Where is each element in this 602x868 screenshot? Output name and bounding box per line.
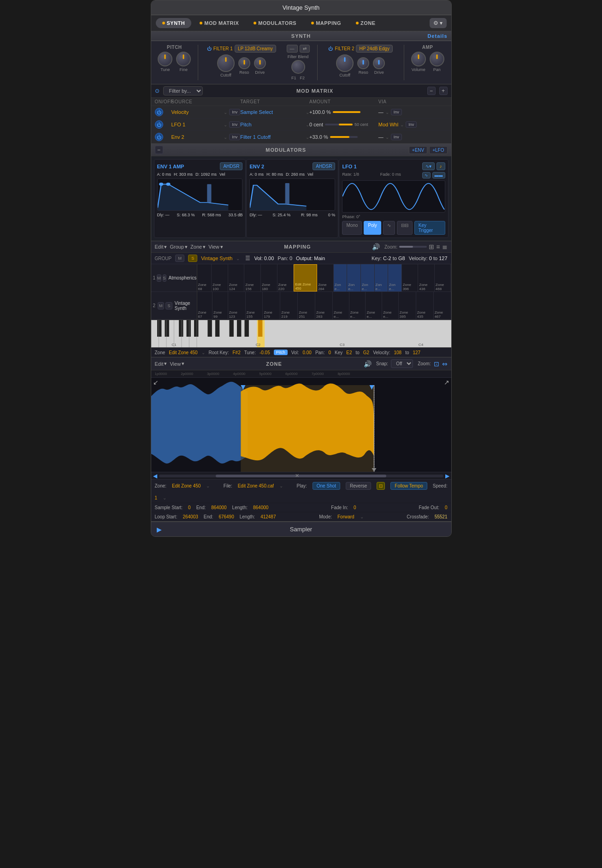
nav-tab-synth[interactable]: SYNTH [156, 18, 192, 28]
zone-124[interactable]: Zone 124 [228, 264, 245, 291]
zone-info-zone-val[interactable]: Edit Zone 450 [172, 483, 201, 488]
mod-matrix-plus[interactable]: + [439, 87, 448, 95]
filter2-drive-knob[interactable] [373, 57, 385, 69]
fade-in-val[interactable]: 0 [354, 505, 356, 510]
mapping-speaker-icon[interactable]: 🔊 [372, 243, 380, 250]
zone-155[interactable]: Zone 155 [246, 292, 263, 319]
mod-row-0-inv-via[interactable]: Inv [391, 109, 402, 115]
mod-row-0-target[interactable]: Sample Select [240, 109, 304, 115]
sample-end-val[interactable]: 864000 [211, 505, 226, 510]
fine-knob[interactable] [176, 52, 191, 66]
mod-row-0-slider[interactable] [333, 111, 360, 113]
mod-row-1-power[interactable]: ⏻ [155, 120, 163, 129]
mod-row-2-target[interactable]: Filter 1 Cutoff [240, 134, 304, 140]
mod-row-0-inv-source[interactable]: Inv [229, 109, 240, 115]
mod-row-2-slider[interactable] [330, 136, 358, 138]
zone-view-btn[interactable]: View ▾ [170, 361, 184, 367]
filter1-drive-knob[interactable] [254, 57, 266, 69]
loop-end-val[interactable]: 676490 [218, 514, 234, 519]
mod-matrix-minus[interactable]: − [427, 87, 436, 95]
zone-100[interactable]: Zone 100 [212, 264, 228, 291]
blend-btn-1[interactable]: — [287, 45, 298, 53]
mod-row-1-inv-via[interactable]: Inv [406, 121, 417, 128]
zone-zoom-fit-icon[interactable]: ⊡ [434, 360, 439, 368]
filter-blend-knob[interactable] [291, 60, 305, 74]
zone-zon-1[interactable]: Zon e... [334, 264, 348, 291]
mod-row-1-target[interactable]: Pitch [240, 122, 304, 127]
mapping-zone-btn[interactable]: Zone ▾ [190, 244, 206, 250]
crossfade-val[interactable]: 55521 [435, 514, 448, 519]
nav-tab-mapping[interactable]: MAPPING [305, 18, 348, 28]
zone-zon-2[interactable]: Zon e... [347, 264, 361, 291]
follow-tempo-icon-btn[interactable]: ⊡ [377, 482, 385, 490]
zone-edit-name[interactable]: Edit Zone 450 [169, 350, 197, 355]
zone-283[interactable]: Zone 283 [315, 292, 333, 319]
settings-button[interactable]: ⚙ ▾ [430, 18, 446, 28]
sample-length-val[interactable]: 864000 [253, 505, 268, 510]
zone-156[interactable]: Zone 156 [244, 264, 261, 291]
group2-s-btn[interactable]: S [165, 302, 172, 309]
zone-speaker-icon[interactable]: 🔊 [364, 360, 372, 368]
mod-row-2-inv-source[interactable]: Inv [229, 134, 240, 140]
loop-length-val[interactable]: 412487 [260, 514, 276, 519]
lfo1-mono-btn[interactable]: Mono [342, 221, 362, 235]
lfo1-wave-btn2[interactable]: ▬▬ [432, 172, 445, 178]
scrollbar-track[interactable] [159, 475, 443, 477]
zone-220[interactable]: Zone 220 [277, 264, 294, 291]
filter2-cutoff-knob[interactable] [336, 54, 354, 72]
lfo1-glide-btn[interactable]: ∿ [383, 221, 395, 235]
loop-start-val[interactable]: 264003 [183, 514, 198, 519]
mod-row-1-source[interactable]: LFO 1 [171, 122, 222, 127]
mapping-list-icon[interactable]: ☰ [245, 255, 250, 262]
add-env-button[interactable]: +ENV [409, 146, 427, 154]
zone-396[interactable]: Zone 396 [402, 264, 419, 291]
lfo1-key-trigger-btn[interactable]: Key Trigger [414, 221, 445, 235]
zone-180[interactable]: Zone 180 [261, 264, 277, 291]
mod-filter-select[interactable]: Filter by... [163, 86, 203, 95]
mapping-group-name[interactable]: Vintage Synth [201, 256, 232, 261]
zone-file-val[interactable]: Edit Zone 450.caf [238, 483, 274, 488]
zone-2r-2[interactable]: Zone e... [349, 292, 366, 319]
zone-edit-btn[interactable]: Edit ▾ [155, 361, 167, 367]
fade-out-val[interactable]: 0 [445, 505, 448, 510]
lfo1-env-btn[interactable]: ∿ [422, 172, 431, 178]
zone-467[interactable]: Zone 467 [434, 292, 451, 319]
zone-key-from[interactable]: E2 [346, 350, 352, 355]
lfo1-wave-select[interactable]: ∿▾ [422, 162, 435, 170]
modulators-minus[interactable]: − [155, 146, 163, 154]
zone-pan-val[interactable]: 0 [328, 350, 331, 355]
nav-tab-zone[interactable]: ZONE [349, 18, 382, 28]
zone-395[interactable]: Zone 395 [399, 292, 416, 319]
zone-play-btn[interactable]: One Shot [313, 482, 340, 490]
scroll-left-btn[interactable]: ◀ [153, 473, 157, 479]
group2-m-btn[interactable]: M [158, 302, 165, 309]
zone-67[interactable]: Zone 67 [197, 292, 213, 319]
zone-99[interactable]: Zone 99 [212, 292, 228, 319]
zone-68[interactable]: Zone 68 [197, 264, 212, 291]
blend-btn-2[interactable]: ⇄ [300, 45, 310, 53]
zone-2r-4[interactable]: Zone e... [382, 292, 399, 319]
mapping-m-btn[interactable]: M [175, 255, 184, 262]
scrollbar-thumb[interactable] [216, 475, 386, 477]
filter1-type[interactable]: LP 12dB Creamy [235, 45, 276, 53]
zone-251[interactable]: Zone 251 [298, 292, 315, 319]
bottom-play-icon[interactable]: ▶ [157, 526, 162, 533]
filter1-cutoff-knob[interactable] [217, 54, 235, 72]
mapping-view-btn[interactable]: View ▾ [208, 244, 223, 250]
mapping-edit-btn[interactable]: Edit ▾ [155, 244, 167, 250]
mapping-output[interactable]: Output: Main [296, 256, 325, 261]
zone-vel-from[interactable]: 108 [394, 350, 401, 355]
volume-knob[interactable] [411, 52, 426, 66]
zone-key-to[interactable]: G2 [363, 350, 369, 355]
zone-450-selected[interactable]: Edit Zone 450 [294, 264, 317, 291]
sample-start-val[interactable]: 0 [188, 505, 191, 510]
group1-s-btn[interactable]: S [163, 274, 166, 282]
filter1-power-icon[interactable]: ⏻ [207, 46, 212, 51]
zone-2r-1[interactable]: Zone e... [333, 292, 349, 319]
env1-type-btn[interactable]: AHDSR [220, 162, 242, 170]
mod-row-1-inv-source[interactable]: Inv [229, 121, 240, 128]
mod-row-2-inv-via[interactable]: Inv [391, 134, 402, 140]
zone-435[interactable]: Zone 435 [416, 292, 434, 319]
zone-123[interactable]: Zone 123 [228, 292, 246, 319]
zone-reverse-btn[interactable]: Reverse [346, 482, 371, 490]
